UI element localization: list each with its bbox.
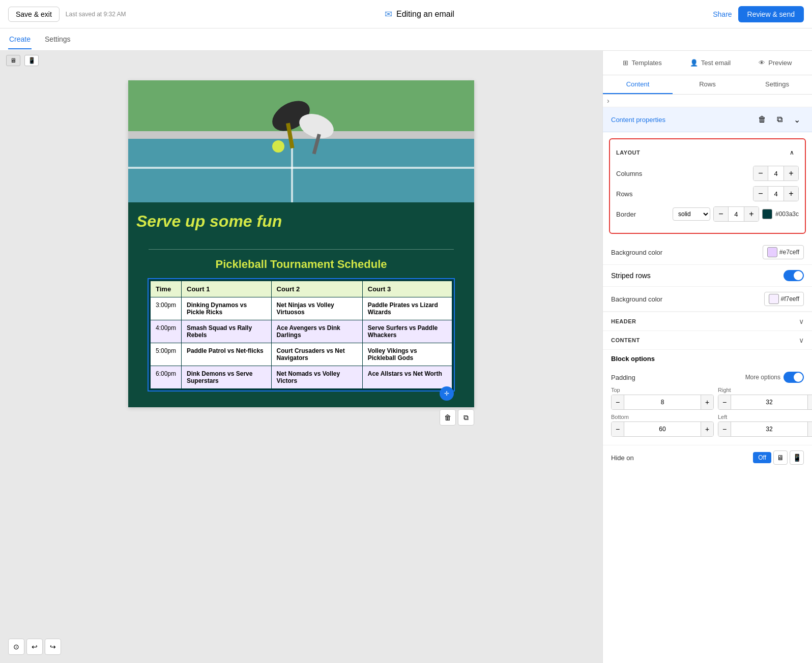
- tab-settings[interactable]: Settings: [44, 30, 72, 49]
- background-color-pill[interactable]: #e7ceff: [763, 245, 804, 259]
- padding-bottom-item: Bottom − +: [611, 414, 714, 437]
- border-color-swatch[interactable]: [762, 209, 772, 219]
- history-icon-button[interactable]: ⊙: [8, 639, 24, 655]
- border-increment-button[interactable]: +: [744, 207, 759, 221]
- header-court3: Court 3: [362, 280, 453, 297]
- canvas-toolbar: 🖥 📱: [0, 51, 602, 70]
- hide-on-desktop-button[interactable]: 🖥: [773, 450, 788, 465]
- panel-nav-test-email[interactable]: 👤 Test email: [686, 57, 735, 69]
- desktop-view-icon[interactable]: 🖥: [6, 55, 20, 66]
- columns-value[interactable]: [768, 166, 784, 180]
- padding-left-value[interactable]: [731, 422, 808, 436]
- layout-label: LAYOUT: [616, 149, 640, 156]
- email-body: Pickleball Tournament Schedule Time Cour…: [128, 239, 474, 407]
- test-email-icon: 👤: [690, 59, 698, 67]
- header-section-header[interactable]: HEADER ∨: [603, 312, 812, 330]
- rows-stepper: − +: [753, 186, 799, 201]
- page-title: Editing an email: [396, 10, 454, 19]
- content-collapse-icon: ∨: [799, 336, 804, 344]
- more-options-row: More options: [745, 372, 804, 383]
- padding-bottom-decrement[interactable]: −: [612, 422, 624, 436]
- canvas-duplicate-button[interactable]: ⧉: [458, 409, 474, 426]
- striped-color-display[interactable]: #f7eeff: [764, 292, 804, 306]
- header-section-label: HEADER: [611, 318, 636, 324]
- header-court1: Court 1: [182, 280, 272, 297]
- content-properties-title: Content properties: [611, 116, 665, 124]
- tab-panel-content[interactable]: Content: [603, 75, 673, 94]
- table-row: 6:00pmDink Demons vs Serve SuperstarsNet…: [150, 366, 453, 390]
- striped-rows-row: Striped rows: [603, 265, 812, 287]
- layout-collapse-button[interactable]: ∧: [785, 145, 799, 160]
- border-controls: solid dashed dotted − + #003a3c: [673, 206, 799, 222]
- canvas-delete-button[interactable]: 🗑: [440, 409, 456, 426]
- border-width-value[interactable]: [728, 207, 744, 221]
- content-duplicate-button[interactable]: ⧉: [772, 112, 787, 127]
- top-bar-right: Share Review & send: [713, 6, 804, 22]
- svg-rect-4: [128, 167, 474, 169]
- padding-left-decrement[interactable]: −: [718, 422, 731, 436]
- rows-decrement-button[interactable]: −: [753, 187, 768, 201]
- border-label: Border: [616, 210, 639, 218]
- border-decrement-button[interactable]: −: [714, 207, 728, 221]
- striped-bg-label: Background color: [611, 295, 662, 303]
- email-canvas: Serve up some fun Pickleball Tournament …: [128, 80, 474, 407]
- panel-nav-preview[interactable]: 👁 Preview: [755, 57, 796, 69]
- tab-panel-rows[interactable]: Rows: [673, 75, 742, 94]
- rows-increment-button[interactable]: +: [784, 187, 798, 201]
- tab-create[interactable]: Create: [8, 30, 32, 49]
- border-color-hex: #003a3c: [775, 210, 799, 218]
- striped-color-swatch: [769, 294, 779, 304]
- background-color-display[interactable]: #e7ceff: [763, 245, 804, 259]
- padding-bottom-increment[interactable]: +: [701, 422, 713, 436]
- hide-on-mobile-button[interactable]: 📱: [790, 450, 804, 465]
- rows-value[interactable]: [768, 187, 784, 201]
- padding-top-decrement[interactable]: −: [612, 395, 624, 409]
- email-canvas-wrapper: Serve up some fun Pickleball Tournament …: [128, 80, 474, 426]
- email-hero: Serve up some fun: [128, 80, 474, 239]
- panel-nav-templates[interactable]: ⊞ Templates: [619, 57, 665, 69]
- padding-right-value[interactable]: [731, 395, 808, 409]
- canvas-scroll[interactable]: Serve up some fun Pickleball Tournament …: [0, 70, 602, 660]
- schedule-title: Pickleball Tournament Schedule: [149, 258, 454, 271]
- panel-collapse-bar[interactable]: ›: [603, 95, 812, 107]
- table-header-row: Time Court 1 Court 2 Court 3: [150, 280, 453, 297]
- block-options-header: Block options: [603, 349, 812, 368]
- share-button[interactable]: Share: [713, 10, 732, 18]
- columns-increment-button[interactable]: +: [784, 166, 798, 180]
- move-handle[interactable]: ✛: [440, 386, 454, 401]
- rows-row: Rows − +: [616, 186, 799, 201]
- mobile-view-icon[interactable]: 📱: [24, 55, 39, 66]
- content-section-header[interactable]: CONTENT ∨: [603, 330, 812, 349]
- tab-panel-settings[interactable]: Settings: [742, 75, 812, 94]
- save-exit-button[interactable]: Save & exit: [8, 7, 60, 22]
- striped-bg-color-row: Background color #f7eeff: [603, 287, 812, 312]
- border-style-select[interactable]: solid dashed dotted: [673, 207, 710, 221]
- padding-bottom-label: Bottom: [611, 414, 714, 420]
- undo-button[interactable]: ↩: [26, 639, 43, 655]
- content-collapse-button[interactable]: ⌄: [790, 112, 804, 127]
- schedule-table-container[interactable]: Time Court 1 Court 2 Court 3 3:00pmDinki…: [149, 279, 454, 390]
- padding-top-increment[interactable]: +: [701, 395, 713, 409]
- border-width-stepper: − +: [713, 206, 759, 222]
- review-send-button[interactable]: Review & send: [738, 6, 804, 22]
- striped-rows-toggle[interactable]: [784, 270, 804, 281]
- main-layout: 🖥 📱: [0, 51, 812, 663]
- panel-content-tabs: Content Rows Settings: [603, 75, 812, 95]
- striped-color-pill[interactable]: #f7eeff: [764, 292, 804, 306]
- padding-bottom-value[interactable]: [624, 422, 701, 436]
- padding-label: Padding: [611, 374, 635, 381]
- content-delete-button[interactable]: 🗑: [755, 112, 769, 127]
- striped-color-hex: #f7eeff: [781, 295, 799, 303]
- padding-right-increment[interactable]: +: [808, 395, 812, 409]
- more-options-toggle[interactable]: [784, 372, 804, 383]
- bg-color-hex: #e7ceff: [779, 249, 799, 256]
- templates-icon: ⊞: [623, 59, 628, 67]
- padding-top-value[interactable]: [624, 395, 701, 409]
- padding-right-decrement[interactable]: −: [718, 395, 731, 409]
- padding-left-increment[interactable]: +: [808, 422, 812, 436]
- columns-decrement-button[interactable]: −: [753, 166, 768, 180]
- hide-on-section: Hide on Off 🖥 📱: [603, 445, 812, 470]
- header-collapse-icon: ∨: [799, 317, 804, 325]
- hide-on-off-button[interactable]: Off: [753, 452, 771, 463]
- redo-button[interactable]: ↪: [45, 639, 61, 655]
